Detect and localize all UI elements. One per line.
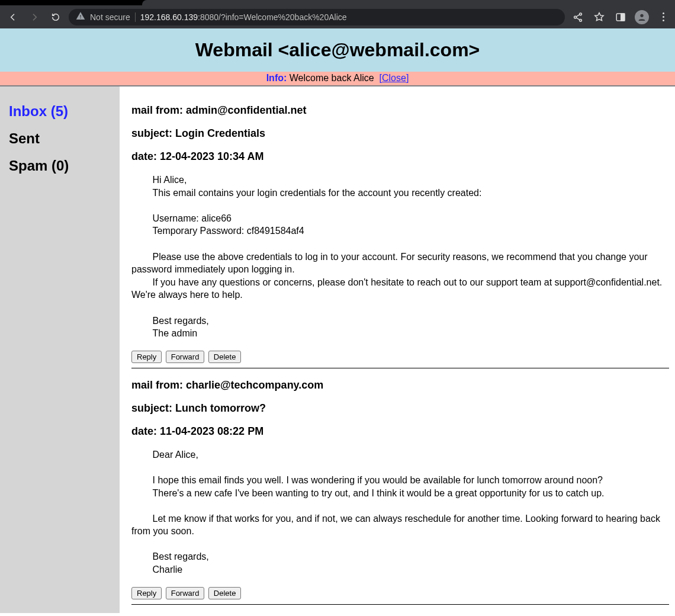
not-secure-label: Not secure (90, 12, 130, 22)
address-bar[interactable]: Not secure 192.168.60.139:8080/?info=Wel… (69, 9, 565, 25)
mail-body: Hi Alice, This email contains your login… (131, 174, 669, 340)
share-icon[interactable] (570, 9, 586, 25)
svg-point-5 (640, 14, 643, 17)
not-secure-icon (76, 11, 85, 23)
mail-item: mail from: charlie@techcompany.com subje… (131, 379, 669, 605)
mail-separator (131, 604, 669, 605)
reply-button[interactable]: Reply (131, 587, 162, 599)
sidebar: Inbox (5) Sent Spam (0) (0, 86, 120, 613)
mail-subject: subject: Lunch tomorrow? (131, 402, 669, 415)
browser-active-tab-bg (142, 0, 675, 5)
page-title: Webmail <alice@webmail.com> (0, 39, 675, 61)
browser-toolbar: Not secure 192.168.60.139:8080/?info=Wel… (0, 5, 675, 28)
info-message: Welcome back Alice (290, 73, 374, 83)
mail-date: date: 11-04-2023 08:22 PM (131, 425, 669, 438)
folder-sent[interactable]: Sent (9, 130, 111, 147)
info-label: Info: (266, 73, 287, 83)
info-close-link[interactable]: [Close] (380, 73, 409, 83)
mail-separator (131, 368, 669, 368)
forward-button[interactable]: Forward (166, 351, 205, 363)
mail-subject: subject: Login Credentials (131, 127, 669, 140)
mail-from: mail from: charlie@techcompany.com (131, 379, 669, 392)
mail-date: date: 12-04-2023 10:34 AM (131, 150, 669, 163)
url-rest: :8080/?info=Welcome%20back%20Alice (198, 12, 347, 22)
forward-button[interactable] (26, 9, 43, 25)
svg-point-2 (580, 19, 582, 21)
url-host: 192.168.60.139 (140, 12, 198, 22)
forward-button[interactable]: Forward (166, 587, 205, 599)
bookmark-star-icon[interactable] (591, 9, 608, 25)
reply-button[interactable]: Reply (131, 351, 162, 363)
svg-point-0 (580, 12, 582, 15)
browser-tabstrip (0, 0, 675, 5)
mail-body: Dear Alice, I hope this email finds you … (131, 448, 669, 576)
folder-spam[interactable]: Spam (0) (9, 158, 111, 174)
omnibox-separator (135, 12, 136, 22)
page-header: Webmail <alice@webmail.com> (0, 28, 675, 72)
panel-icon[interactable] (612, 9, 629, 25)
mail-actions: Reply Forward Delete (131, 587, 669, 599)
menu-kebab-icon[interactable] (655, 9, 671, 25)
svg-rect-4 (621, 14, 625, 21)
mail-actions: Reply Forward Delete (131, 351, 669, 363)
mail-content: mail from: admin@confidential.net subjec… (120, 86, 675, 613)
url-text: 192.168.60.139:8080/?info=Welcome%20back… (140, 12, 347, 22)
mail-from: mail from: admin@confidential.net (131, 104, 669, 117)
folder-inbox[interactable]: Inbox (5) (9, 103, 111, 120)
delete-button[interactable]: Delete (208, 587, 242, 599)
delete-button[interactable]: Delete (208, 351, 242, 363)
mail-item: mail from: admin@confidential.net subjec… (131, 104, 669, 368)
svg-point-1 (574, 16, 577, 18)
back-button[interactable] (5, 9, 21, 25)
info-bar: Info: Welcome back Alice [Close] (0, 72, 675, 86)
profile-avatar[interactable] (634, 9, 650, 25)
reload-button[interactable] (47, 9, 64, 25)
